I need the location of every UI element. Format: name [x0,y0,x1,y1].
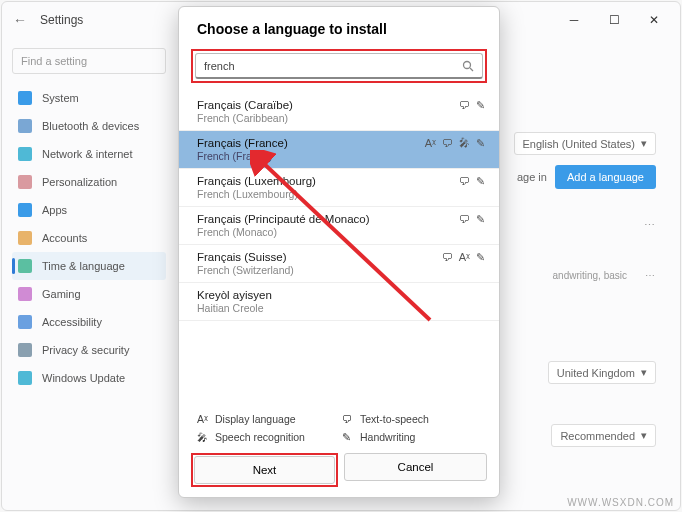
language-english: French (Luxembourg) [197,188,481,200]
display-icon: Aᵡ [197,413,209,425]
country-select[interactable]: United Kingdom ▾ [548,361,656,384]
dialog-buttons: Next Cancel [179,447,499,497]
nav-label: Windows Update [42,372,125,384]
nav-icon [18,259,32,273]
back-button[interactable]: ← [8,8,32,32]
language-hint: age in [517,171,547,183]
format-value: Recommended [560,430,635,442]
tts-icon: 🗩 [459,213,470,226]
display-language-value: English (United States) [523,138,636,150]
pref-text: andwriting, basic [553,270,627,281]
nav-label: Accounts [42,232,87,244]
language-search-input[interactable]: french [195,53,483,79]
nav-label: Privacy & security [42,344,129,356]
mic-icon: 🎤︎ [197,431,209,443]
language-native: Kreyòl ayisyen [197,289,481,301]
sidebar-item-network-internet[interactable]: Network & internet [12,140,166,168]
search-highlight: french [191,49,487,83]
language-option[interactable]: Français (Luxembourg)French (Luxembourg)… [179,169,499,207]
nav-label: Accessibility [42,316,102,328]
hand-icon: ✎ [476,213,485,226]
language-option[interactable]: Français (Suisse)French (Switzerland)🗩Aᵡ… [179,245,499,283]
nav-icon [18,287,32,301]
chevron-down-icon: ▾ [641,137,647,150]
sidebar-item-accessibility[interactable]: Accessibility [12,308,166,336]
nav-label: Time & language [42,260,125,272]
dialog-title: Choose a language to install [179,7,499,47]
next-highlight: Next [191,453,338,487]
svg-line-1 [470,68,473,71]
watermark: WWW.WSXDN.COM [567,497,674,508]
search-icon [462,60,474,72]
sidebar-item-accounts[interactable]: Accounts [12,224,166,252]
language-english: French (Caribbean) [197,112,481,124]
language-option[interactable]: Kreyòl ayisyenHaitian Creole [179,283,499,321]
language-native: Français (Principauté de Monaco) [197,213,481,225]
sidebar-item-personalization[interactable]: Personalization [12,168,166,196]
nav-label: Gaming [42,288,81,300]
language-english: French (France) [197,150,481,162]
language-option[interactable]: Français (Caraïbe)French (Caribbean)🗩✎ [179,93,499,131]
find-setting-input[interactable]: Find a setting [12,48,166,74]
chevron-down-icon: ▾ [641,366,647,379]
window-controls: ─ ☐ ✕ [554,6,674,34]
tts-icon: 🗩 [459,175,470,188]
nav-label: System [42,92,79,104]
maximize-button[interactable]: ☐ [594,6,634,34]
language-feature-icons: 🗩✎ [459,99,485,112]
language-install-dialog: Choose a language to install french Fran… [178,6,500,498]
next-button[interactable]: Next [194,456,335,484]
nav-icon [18,231,32,245]
sidebar-item-apps[interactable]: Apps [12,196,166,224]
nav-icon [18,371,32,385]
language-option[interactable]: Français (France)French (France)Aᵡ🗩🎤︎✎ [179,131,499,169]
nav-label: Apps [42,204,67,216]
window-title: Settings [40,13,83,27]
svg-point-0 [464,61,471,68]
language-list: Français (Caraïbe)French (Caribbean)🗩✎Fr… [179,91,499,407]
legend-display: Display language [215,413,336,425]
language-feature-icons: Aᵡ🗩🎤︎✎ [425,137,485,150]
tts-icon: 🗩 [442,137,453,150]
find-setting-placeholder: Find a setting [21,55,87,67]
language-feature-icons: 🗩✎ [459,175,485,188]
language-feature-icons: 🗩Aᵡ✎ [442,251,485,264]
close-button[interactable]: ✕ [634,6,674,34]
language-native: Français (Caraïbe) [197,99,481,111]
minimize-button[interactable]: ─ [554,6,594,34]
cancel-button[interactable]: Cancel [344,453,487,481]
tts-icon: 🗩 [442,251,453,264]
sidebar-item-windows-update[interactable]: Windows Update [12,364,166,392]
more-options-button[interactable]: ⋯ [645,270,656,281]
nav-label: Bluetooth & devices [42,120,139,132]
nav-icon [18,343,32,357]
tts-icon: 🗩 [459,99,470,112]
legend-speech: Speech recognition [215,431,336,443]
legend-hand: Handwriting [360,431,481,443]
handwriting-icon: ✎ [342,431,354,443]
sidebar-item-gaming[interactable]: Gaming [12,280,166,308]
hand-icon: ✎ [476,137,485,150]
disp-icon: Aᵡ [425,137,436,150]
hand-icon: ✎ [476,251,485,264]
sidebar-item-bluetooth-devices[interactable]: Bluetooth & devices [12,112,166,140]
format-select[interactable]: Recommended ▾ [551,424,656,447]
nav-icon [18,203,32,217]
legend-tts: Text-to-speech [360,413,481,425]
hand-icon: ✎ [476,99,485,112]
disp-icon: Aᵡ [459,251,470,264]
sidebar-item-system[interactable]: System [12,84,166,112]
language-option[interactable]: Français (Principauté de Monaco)French (… [179,207,499,245]
more-options-button[interactable]: ⋯ [644,219,656,232]
sidebar-item-privacy-security[interactable]: Privacy & security [12,336,166,364]
legend: AᵡDisplay language 🗩Text-to-speech 🎤︎Spe… [179,407,499,447]
sidebar-item-time-language[interactable]: Time & language [12,252,166,280]
voice-icon: 🎤︎ [459,137,470,150]
language-native: Français (Luxembourg) [197,175,481,187]
add-language-button[interactable]: Add a language [555,165,656,189]
language-english: French (Switzerland) [197,264,481,276]
nav-icon [18,91,32,105]
language-english: French (Monaco) [197,226,481,238]
language-english: Haitian Creole [197,302,481,314]
display-language-select[interactable]: English (United States) ▾ [514,132,657,155]
